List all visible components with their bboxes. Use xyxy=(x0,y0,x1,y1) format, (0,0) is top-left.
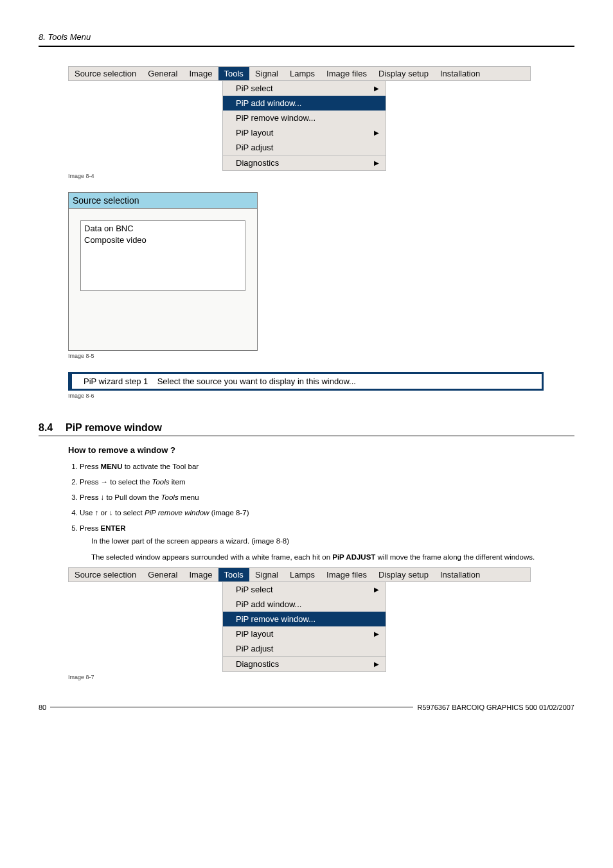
dd-pip-layout[interactable]: PiP layout ▶ xyxy=(223,125,386,140)
dd-label: PiP add window... xyxy=(236,599,301,609)
figure-8-5: Source selection Data on BNC Composite v… xyxy=(68,192,574,359)
dd-pip-select[interactable]: PiP select ▶ xyxy=(223,81,386,96)
window-title: Source selection xyxy=(69,193,257,209)
step-5: Press ENTER In the lower part of the scr… xyxy=(80,523,574,562)
menu-signal[interactable]: Signal xyxy=(249,67,284,80)
dd-label: PiP remove window... xyxy=(236,614,315,624)
dd-label: PiP layout xyxy=(236,128,273,137)
chevron-right-icon: ▶ xyxy=(374,630,379,637)
caption-8-6: Image 8-6 xyxy=(68,393,574,399)
section-number: 8.4 xyxy=(39,422,66,434)
menu-image[interactable]: Image xyxy=(183,67,218,80)
wizard-step-label: PiP wizard step 1 xyxy=(84,376,148,386)
tools-dropdown-fig87: PiP select ▶ PiP add window... PiP remov… xyxy=(222,582,386,672)
step-4: Use ↑ or ↓ to select PiP remove window (… xyxy=(80,508,574,518)
dd-pip-add-window[interactable]: PiP add window... xyxy=(223,597,386,612)
caption-8-5: Image 8-5 xyxy=(68,353,574,359)
dd-diagnostics[interactable]: Diagnostics ▶ xyxy=(223,657,386,671)
list-item[interactable]: Composite video xyxy=(84,235,242,246)
menu-lamps[interactable]: Lamps xyxy=(284,568,321,581)
caption-8-7: Image 8-7 xyxy=(68,674,574,680)
section-heading-row: 8.4 PiP remove window xyxy=(39,422,574,436)
menu-general[interactable]: General xyxy=(142,568,183,581)
menu-display-setup[interactable]: Display setup xyxy=(373,67,434,80)
menu-image[interactable]: Image xyxy=(183,568,218,581)
step-3: Press ↓ to Pull down the Tools menu xyxy=(80,492,574,502)
page-number: 80 xyxy=(39,704,46,711)
dd-label: PiP adjust xyxy=(236,644,273,653)
chevron-right-icon: ▶ xyxy=(374,129,379,136)
chevron-right-icon: ▶ xyxy=(374,159,379,166)
figure-8-7: Source selection General Image Tools Sig… xyxy=(68,567,574,680)
note-1: In the lower part of the screen appears … xyxy=(91,536,574,546)
dd-pip-remove-window[interactable]: PiP remove window... xyxy=(223,612,386,626)
menu-signal[interactable]: Signal xyxy=(249,568,284,581)
step-1: Press MENU to activate the Tool bar xyxy=(80,461,574,472)
menubar-fig87: Source selection General Image Tools Sig… xyxy=(68,567,531,582)
dd-label: Diagnostics xyxy=(236,659,279,669)
page-footer: 80 R5976367 BARCOIQ GRAPHICS 500 01/02/2… xyxy=(39,704,574,711)
page-header: 8. Tools Menu xyxy=(39,32,574,47)
menubar-fig84: Source selection General Image Tools Sig… xyxy=(68,66,531,81)
dd-pip-adjust[interactable]: PiP adjust xyxy=(223,140,386,155)
menu-installation[interactable]: Installation xyxy=(434,67,486,80)
menu-lamps[interactable]: Lamps xyxy=(284,67,321,80)
figure-8-6: PiP wizard step 1 Select the source you … xyxy=(68,372,574,399)
dd-pip-remove-window[interactable]: PiP remove window... xyxy=(223,111,386,125)
chevron-right-icon: ▶ xyxy=(374,85,379,92)
chevron-right-icon: ▶ xyxy=(374,660,379,668)
tools-dropdown-fig84: PiP select ▶ PiP add window... PiP remov… xyxy=(222,81,386,171)
instruction-list: Press MENU to activate the Tool bar Pres… xyxy=(68,461,574,562)
dd-pip-add-window[interactable]: PiP add window... xyxy=(223,96,386,111)
wizard-step-text: Select the source you want to display in… xyxy=(157,376,356,386)
menu-source-selection[interactable]: Source selection xyxy=(69,67,142,80)
step-2: Press → to select the Tools item xyxy=(80,477,574,487)
menu-tools[interactable]: Tools xyxy=(218,67,249,80)
section-body: How to remove a window ? Press MENU to a… xyxy=(68,445,574,562)
pip-wizard-bar: PiP wizard step 1 Select the source you … xyxy=(68,372,544,391)
dd-label: PiP adjust xyxy=(236,143,273,152)
menu-tools[interactable]: Tools xyxy=(218,568,249,581)
dd-pip-layout[interactable]: PiP layout ▶ xyxy=(223,626,386,641)
menu-image-files[interactable]: Image files xyxy=(321,67,373,80)
menu-general[interactable]: General xyxy=(142,67,183,80)
dd-diagnostics[interactable]: Diagnostics ▶ xyxy=(223,155,386,170)
source-selection-window: Source selection Data on BNC Composite v… xyxy=(68,192,258,351)
caption-8-4: Image 8-4 xyxy=(68,173,574,179)
dd-label: PiP remove window... xyxy=(236,113,315,123)
window-body: Data on BNC Composite video xyxy=(69,209,257,350)
section-subhead: How to remove a window ? xyxy=(68,445,574,455)
page-header-title: 8. Tools Menu xyxy=(39,32,91,42)
dd-pip-select[interactable]: PiP select ▶ xyxy=(223,582,386,597)
menu-installation[interactable]: Installation xyxy=(434,568,486,581)
dd-label: PiP select xyxy=(236,84,273,93)
dd-label: PiP layout xyxy=(236,629,273,639)
dd-pip-adjust[interactable]: PiP adjust xyxy=(223,641,386,656)
dd-label: PiP add window... xyxy=(236,98,301,108)
dd-label: PiP select xyxy=(236,585,273,594)
menu-image-files[interactable]: Image files xyxy=(321,568,373,581)
section-title: PiP remove window xyxy=(66,422,162,436)
menu-source-selection[interactable]: Source selection xyxy=(69,568,142,581)
source-listbox[interactable]: Data on BNC Composite video xyxy=(80,220,245,291)
menu-display-setup[interactable]: Display setup xyxy=(373,568,434,581)
footer-text: R5976367 BARCOIQ GRAPHICS 500 01/02/2007 xyxy=(417,704,574,711)
step-5-notes: In the lower part of the screen appears … xyxy=(80,536,574,562)
note-2: The selected window appears surrounded w… xyxy=(91,552,574,562)
dd-label: Diagnostics xyxy=(236,158,279,168)
footer-rule xyxy=(50,707,413,707)
figure-8-4: Source selection General Image Tools Sig… xyxy=(68,66,574,179)
chevron-right-icon: ▶ xyxy=(374,586,379,593)
list-item[interactable]: Data on BNC xyxy=(84,223,242,235)
